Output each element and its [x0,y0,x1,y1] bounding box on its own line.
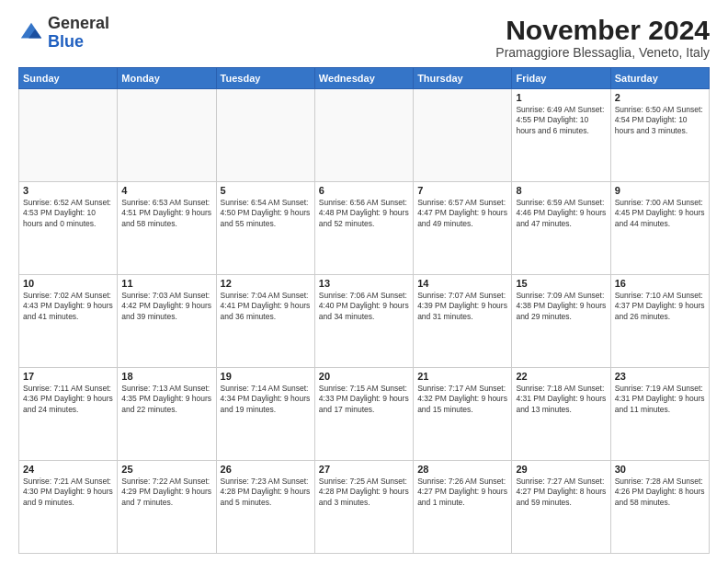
table-row: 26Sunrise: 7:23 AM Sunset: 4:28 PM Dayli… [216,461,314,554]
day-number: 20 [319,371,409,382]
day-number: 18 [121,371,211,382]
table-row: 27Sunrise: 7:25 AM Sunset: 4:28 PM Dayli… [314,461,413,554]
day-info: Sunrise: 7:03 AM Sunset: 4:42 PM Dayligh… [121,291,211,322]
day-info: Sunrise: 7:27 AM Sunset: 4:27 PM Dayligh… [516,477,606,508]
day-info: Sunrise: 6:56 AM Sunset: 4:48 PM Dayligh… [319,198,409,229]
day-number: 24 [23,464,113,475]
table-row: 21Sunrise: 7:17 AM Sunset: 4:32 PM Dayli… [414,368,512,461]
day-number: 3 [23,185,113,196]
day-number: 29 [516,464,606,475]
header-thursday: Thursday [414,68,512,89]
month-title: November 2024 [495,15,710,45]
day-number: 16 [615,278,705,289]
day-number: 1 [516,92,606,103]
table-row: 4Sunrise: 6:53 AM Sunset: 4:51 PM Daylig… [118,182,216,275]
day-number: 13 [319,278,409,289]
header-wednesday: Wednesday [314,68,413,89]
day-info: Sunrise: 7:26 AM Sunset: 4:27 PM Dayligh… [417,477,507,508]
table-row [216,89,314,182]
table-row: 13Sunrise: 7:06 AM Sunset: 4:40 PM Dayli… [314,275,413,368]
day-number: 14 [417,278,507,289]
day-info: Sunrise: 7:19 AM Sunset: 4:31 PM Dayligh… [615,384,705,415]
day-info: Sunrise: 6:50 AM Sunset: 4:54 PM Dayligh… [615,105,705,136]
day-info: Sunrise: 7:22 AM Sunset: 4:29 PM Dayligh… [121,477,211,508]
day-number: 11 [121,278,211,289]
day-number: 22 [516,371,606,382]
day-number: 5 [221,185,311,196]
table-row: 7Sunrise: 6:57 AM Sunset: 4:47 PM Daylig… [414,182,512,275]
table-row: 2Sunrise: 6:50 AM Sunset: 4:54 PM Daylig… [610,89,709,182]
day-info: Sunrise: 6:59 AM Sunset: 4:46 PM Dayligh… [516,198,606,229]
day-number: 30 [615,464,705,475]
day-info: Sunrise: 6:49 AM Sunset: 4:55 PM Dayligh… [516,105,606,136]
logo-blue: Blue [48,32,84,51]
logo: General Blue [18,15,109,52]
table-row: 28Sunrise: 7:26 AM Sunset: 4:27 PM Dayli… [414,461,512,554]
table-row: 9Sunrise: 7:00 AM Sunset: 4:45 PM Daylig… [610,182,709,275]
header-tuesday: Tuesday [216,68,314,89]
calendar-table: Sunday Monday Tuesday Wednesday Thursday… [18,67,710,554]
table-row: 16Sunrise: 7:10 AM Sunset: 4:37 PM Dayli… [610,275,709,368]
day-info: Sunrise: 7:06 AM Sunset: 4:40 PM Dayligh… [319,291,409,322]
table-row: 5Sunrise: 6:54 AM Sunset: 4:50 PM Daylig… [216,182,314,275]
table-row [118,89,216,182]
calendar-week-row: 3Sunrise: 6:52 AM Sunset: 4:53 PM Daylig… [19,182,710,275]
day-info: Sunrise: 7:11 AM Sunset: 4:36 PM Dayligh… [23,384,113,415]
day-info: Sunrise: 7:04 AM Sunset: 4:41 PM Dayligh… [221,291,311,322]
day-number: 23 [615,371,705,382]
day-number: 26 [221,464,311,475]
calendar-week-row: 17Sunrise: 7:11 AM Sunset: 4:36 PM Dayli… [19,368,710,461]
table-row: 12Sunrise: 7:04 AM Sunset: 4:41 PM Dayli… [216,275,314,368]
header-saturday: Saturday [610,68,709,89]
day-number: 12 [221,278,311,289]
day-number: 6 [319,185,409,196]
day-info: Sunrise: 6:57 AM Sunset: 4:47 PM Dayligh… [417,198,507,229]
day-info: Sunrise: 7:07 AM Sunset: 4:39 PM Dayligh… [417,291,507,322]
table-row: 29Sunrise: 7:27 AM Sunset: 4:27 PM Dayli… [512,461,610,554]
table-row: 23Sunrise: 7:19 AM Sunset: 4:31 PM Dayli… [610,368,709,461]
calendar-week-row: 1Sunrise: 6:49 AM Sunset: 4:55 PM Daylig… [19,89,710,182]
table-row: 14Sunrise: 7:07 AM Sunset: 4:39 PM Dayli… [414,275,512,368]
header-sunday: Sunday [19,68,118,89]
day-info: Sunrise: 7:17 AM Sunset: 4:32 PM Dayligh… [417,384,507,415]
location-subtitle: Pramaggiore Blessaglia, Veneto, Italy [495,45,710,60]
page: General Blue November 2024 Pramaggiore B… [0,0,728,563]
table-row: 8Sunrise: 6:59 AM Sunset: 4:46 PM Daylig… [512,182,610,275]
day-info: Sunrise: 7:13 AM Sunset: 4:35 PM Dayligh… [121,384,211,415]
logo-icon [18,20,44,46]
day-info: Sunrise: 7:14 AM Sunset: 4:34 PM Dayligh… [221,384,311,415]
day-number: 9 [615,185,705,196]
day-number: 19 [221,371,311,382]
table-row: 19Sunrise: 7:14 AM Sunset: 4:34 PM Dayli… [216,368,314,461]
day-info: Sunrise: 7:00 AM Sunset: 4:45 PM Dayligh… [615,198,705,229]
day-info: Sunrise: 7:25 AM Sunset: 4:28 PM Dayligh… [319,477,409,508]
header: General Blue November 2024 Pramaggiore B… [18,15,710,60]
day-info: Sunrise: 7:18 AM Sunset: 4:31 PM Dayligh… [516,384,606,415]
day-info: Sunrise: 6:53 AM Sunset: 4:51 PM Dayligh… [121,198,211,229]
day-number: 7 [417,185,507,196]
table-row: 6Sunrise: 6:56 AM Sunset: 4:48 PM Daylig… [314,182,413,275]
table-row: 1Sunrise: 6:49 AM Sunset: 4:55 PM Daylig… [512,89,610,182]
title-block: November 2024 Pramaggiore Blessaglia, Ve… [495,15,710,60]
day-info: Sunrise: 6:54 AM Sunset: 4:50 PM Dayligh… [221,198,311,229]
table-row: 25Sunrise: 7:22 AM Sunset: 4:29 PM Dayli… [118,461,216,554]
day-info: Sunrise: 7:10 AM Sunset: 4:37 PM Dayligh… [615,291,705,322]
table-row: 15Sunrise: 7:09 AM Sunset: 4:38 PM Dayli… [512,275,610,368]
table-row: 30Sunrise: 7:28 AM Sunset: 4:26 PM Dayli… [610,461,709,554]
day-number: 27 [319,464,409,475]
day-number: 10 [23,278,113,289]
day-info: Sunrise: 7:28 AM Sunset: 4:26 PM Dayligh… [615,477,705,508]
table-row: 24Sunrise: 7:21 AM Sunset: 4:30 PM Dayli… [19,461,118,554]
table-row: 17Sunrise: 7:11 AM Sunset: 4:36 PM Dayli… [19,368,118,461]
calendar-week-row: 24Sunrise: 7:21 AM Sunset: 4:30 PM Dayli… [19,461,710,554]
logo-text: General Blue [48,15,109,52]
table-row: 3Sunrise: 6:52 AM Sunset: 4:53 PM Daylig… [19,182,118,275]
header-monday: Monday [118,68,216,89]
day-info: Sunrise: 7:02 AM Sunset: 4:43 PM Dayligh… [23,291,113,322]
table-row: 11Sunrise: 7:03 AM Sunset: 4:42 PM Dayli… [118,275,216,368]
day-number: 25 [121,464,211,475]
table-row [314,89,413,182]
table-row [19,89,118,182]
day-number: 28 [417,464,507,475]
day-info: Sunrise: 7:23 AM Sunset: 4:28 PM Dayligh… [221,477,311,508]
